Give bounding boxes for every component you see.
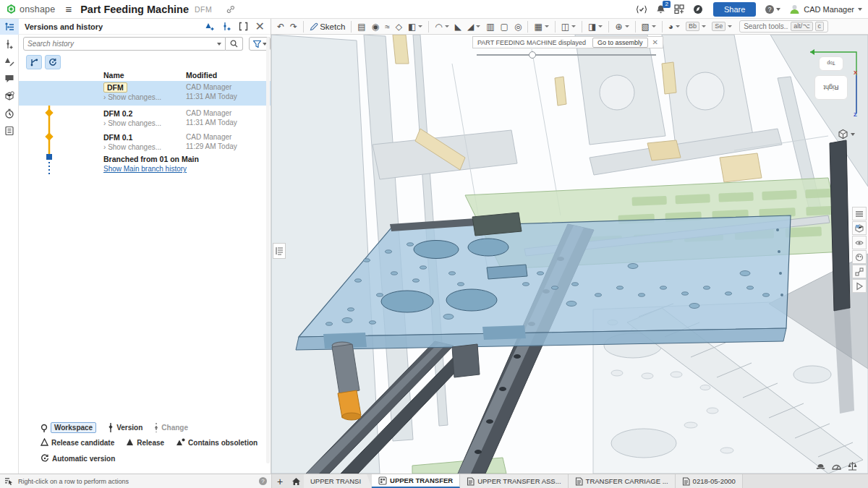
learning-center-icon[interactable] xyxy=(693,4,703,14)
sketch-button[interactable]: Sketch xyxy=(307,20,348,33)
create-branch-button[interactable] xyxy=(222,22,231,31)
version-name: DFM 0.2 xyxy=(103,109,132,118)
rail-carriage-block[interactable] xyxy=(452,344,480,377)
custom-feature-se-button[interactable]: Se xyxy=(709,21,735,32)
performance-gauge-icon[interactable] xyxy=(831,461,842,474)
release-management-panel-button[interactable] xyxy=(0,53,19,69)
fillet-tool-button[interactable]: ◠ xyxy=(432,20,451,33)
document-link-icon[interactable] xyxy=(226,5,235,14)
search-submit-button[interactable] xyxy=(226,37,243,51)
history-panel-button[interactable] xyxy=(0,106,19,121)
properties-panel-button[interactable] xyxy=(0,123,19,139)
appearance-mode-icon[interactable] xyxy=(815,461,826,474)
user-caret-icon xyxy=(858,8,862,11)
version-row[interactable]: DFM 0.2 › Show changes... CAD Manager 11… xyxy=(19,107,271,131)
tab-upper-transi[interactable]: UPPER TRANSI xyxy=(304,474,372,488)
pattern-tool-button[interactable]: ▦ xyxy=(531,20,551,33)
slider-handle[interactable] xyxy=(529,51,536,59)
onshape-logo[interactable]: onshape xyxy=(6,4,55,14)
view-options-dropdown[interactable] xyxy=(838,129,855,140)
sheet-metal-tool-button[interactable]: ▧ xyxy=(639,20,659,33)
app-store-icon[interactable] xyxy=(674,4,684,14)
history-position-slider[interactable] xyxy=(477,54,656,56)
automatic-version-icon xyxy=(41,454,49,463)
tab-upper-transfer-ass[interactable]: UPPER TRANSFER ASS... xyxy=(460,474,568,488)
where-used-panel-button[interactable] xyxy=(0,88,19,104)
mirror-tool-button[interactable]: ◫ xyxy=(558,20,579,33)
history-search-row xyxy=(23,37,271,51)
search-tools-input[interactable] xyxy=(744,22,788,30)
featurescript-notifications-icon[interactable] xyxy=(636,5,647,14)
sweep-tool-button[interactable]: ≈ xyxy=(382,20,393,33)
go-to-assembly-button[interactable]: Go to assembly xyxy=(592,38,648,48)
revolve-tool-button[interactable]: ◉ xyxy=(369,20,382,33)
redo-button[interactable]: ↷ xyxy=(287,20,300,33)
show-branches-toggle[interactable] xyxy=(26,55,42,69)
share-button[interactable]: Share xyxy=(713,2,756,17)
notifications-bell-icon[interactable]: 2 xyxy=(656,4,665,14)
custom-feature-bb-button[interactable]: Bb xyxy=(683,21,709,32)
version-row-workspace[interactable]: DFM › Show changes... CAD Manager 11:31 … xyxy=(19,81,271,106)
tab-transfer-carriage[interactable]: TRANSFER CARRIAGE ... xyxy=(569,474,676,488)
isolate-tool-button[interactable] xyxy=(852,207,867,221)
status-help-icon[interactable]: ? xyxy=(259,477,267,485)
section-view-button[interactable] xyxy=(852,221,867,235)
view-cube-right-face[interactable]: Right xyxy=(814,75,848,100)
compare-button[interactable] xyxy=(239,22,248,31)
rib-tool-button[interactable]: ▥ xyxy=(483,20,497,33)
show-changes-link[interactable]: › Show changes... xyxy=(103,119,161,127)
animate-tool-button[interactable] xyxy=(852,279,867,293)
versions-history-panel-button[interactable] xyxy=(0,19,19,35)
user-menu[interactable]: CAD Manager xyxy=(789,4,862,14)
explode-tool-button[interactable] xyxy=(852,265,867,278)
view-cube[interactable]: Top Right X Z xyxy=(801,40,868,127)
main-menu-icon[interactable]: ≡ xyxy=(65,3,72,15)
show-changes-link[interactable]: › Show changes... xyxy=(103,143,161,151)
home-tab-button[interactable] xyxy=(288,474,304,488)
close-panel-button[interactable]: ✕ xyxy=(255,20,265,33)
surface-tool-button[interactable]: ◕ xyxy=(665,20,683,33)
modified-by: CAD Manager xyxy=(186,109,231,117)
help-menu[interactable]: ? xyxy=(765,4,780,14)
legend-workspace[interactable]: Workspace xyxy=(41,422,96,433)
user-name: CAD Manager xyxy=(804,5,854,14)
chamfer-tool-button[interactable]: ◣ xyxy=(452,20,464,33)
show-main-branch-link[interactable]: Show Main branch history xyxy=(103,165,187,173)
release-candidate-icon xyxy=(41,438,48,447)
transform-tool-button[interactable]: ⊕ xyxy=(612,20,631,33)
close-notification-icon[interactable]: ✕ xyxy=(652,38,658,46)
create-version-panel-button[interactable] xyxy=(0,36,19,52)
extrude-tool-button[interactable]: ▤ xyxy=(354,20,368,33)
hole-tool-button[interactable]: ◎ xyxy=(511,20,524,33)
tab-upper-transfer[interactable]: UPPER TRANSFER xyxy=(372,474,460,488)
branch-point-node[interactable] xyxy=(46,154,52,160)
legend-change-label: Change xyxy=(161,424,188,432)
feature-list-toggle-button[interactable] xyxy=(273,243,286,259)
loft-tool-button[interactable]: ◇ xyxy=(393,20,405,33)
boolean-tool-button[interactable]: ◧ xyxy=(405,20,425,33)
view-cube-top-face[interactable]: Top xyxy=(819,56,843,71)
assembly-tab-icon xyxy=(378,476,387,485)
show-automatic-versions-toggle[interactable] xyxy=(45,55,61,69)
status-message-area: Right-click on a row to perform actions … xyxy=(0,474,272,488)
feature-toolbar: ↶ ↷ Sketch ▤ ◉ ≈ ◇ ◧ ◠ ◣ ◢ ▥ ▢ ◎ ▦ ◫ ◨ ⊕… xyxy=(271,19,868,35)
split-tool-button[interactable]: ◨ xyxy=(585,20,605,33)
cad-3d-scene[interactable] xyxy=(271,35,868,474)
hide-show-button[interactable] xyxy=(852,236,867,249)
panel-scrollbar[interactable] xyxy=(266,37,270,463)
create-version-button[interactable] xyxy=(205,22,215,31)
history-search-box[interactable] xyxy=(23,37,226,51)
comments-panel-button[interactable] xyxy=(0,71,19,87)
new-tab-button[interactable]: + xyxy=(272,474,288,488)
appearance-tool-button[interactable] xyxy=(852,250,867,264)
draft-tool-button[interactable]: ◢ xyxy=(464,20,483,33)
search-tools-box[interactable]: alt/⌥ c xyxy=(739,20,828,33)
legend-workspace-label: Workspace xyxy=(51,422,96,433)
history-search-input[interactable] xyxy=(27,40,217,48)
undo-button[interactable]: ↶ xyxy=(274,20,287,33)
tab-0218-05-2000[interactable]: 0218-05-2000 xyxy=(676,474,743,488)
show-changes-link[interactable]: › Show changes... xyxy=(103,93,161,101)
shell-tool-button[interactable]: ▢ xyxy=(498,20,511,33)
version-row[interactable]: DFM 0.1 › Show changes... CAD Manager 11… xyxy=(19,131,271,155)
measure-scales-icon[interactable] xyxy=(847,461,858,474)
